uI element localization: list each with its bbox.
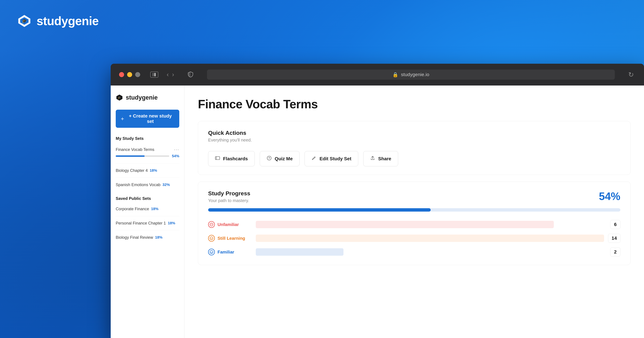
unfamiliar-bar bbox=[256, 221, 606, 228]
progress-fill bbox=[116, 156, 144, 157]
svg-rect-5 bbox=[215, 156, 220, 160]
edit-study-set-button[interactable]: Edit Study Set bbox=[304, 151, 358, 166]
familiar-icon bbox=[208, 249, 215, 255]
svg-text:🎓: 🎓 bbox=[118, 96, 121, 99]
share-button[interactable]: Share bbox=[363, 151, 398, 166]
flashcards-button[interactable]: Flashcards bbox=[208, 151, 255, 166]
unfamiliar-icon bbox=[208, 221, 215, 228]
sidebar-toggle-button[interactable] bbox=[150, 72, 158, 78]
browser-window: ‹ › 🔒 studygenie.io ↻ 🎓 studygeni bbox=[111, 64, 644, 338]
still-learning-bar bbox=[256, 234, 604, 242]
sidebar-logo-icon: 🎓 bbox=[116, 94, 123, 101]
familiar-bar bbox=[256, 248, 606, 256]
familiar-fill bbox=[256, 248, 344, 256]
sidebar: 🎓 studygenie + + Create new study set My… bbox=[111, 86, 184, 338]
create-btn-label: + Create new study set bbox=[126, 113, 174, 124]
unfamiliar-count: 6 bbox=[610, 220, 620, 229]
shield-icon bbox=[188, 71, 194, 78]
study-set-name-text: Finance Vocab Terms bbox=[116, 147, 154, 152]
traffic-lights bbox=[119, 72, 140, 77]
mastery-row-still-learning: Still Learning 14 bbox=[208, 234, 620, 243]
maximize-button[interactable] bbox=[135, 72, 140, 77]
divider bbox=[116, 178, 179, 178]
quiz-me-button[interactable]: ? Quiz Me bbox=[260, 151, 300, 166]
progress-bar-mini bbox=[116, 156, 169, 157]
study-progress-subtitle: Your path to mastery. bbox=[208, 198, 250, 203]
main-progress-fill bbox=[208, 208, 431, 212]
browser-content: 🎓 studygenie + + Create new study set My… bbox=[111, 86, 644, 338]
sidebar-item-biology[interactable]: Biology Chapter 4 18% bbox=[116, 166, 179, 175]
progress-header: Study Progress Your path to mastery. 54% bbox=[208, 190, 620, 203]
pct-badge: 18% bbox=[151, 207, 158, 211]
edit-icon bbox=[312, 156, 316, 162]
sidebar-item-biology-final[interactable]: Biology Final Review 18% bbox=[116, 233, 179, 242]
svg-text:?: ? bbox=[268, 157, 270, 160]
share-icon bbox=[370, 156, 375, 162]
app-logo-text: studygenie bbox=[36, 14, 98, 28]
sidebar-item-finance-vocab[interactable]: Finance Vocab Terms ··· 54% bbox=[116, 144, 179, 161]
quick-actions-subtitle: Everything you'll need. bbox=[208, 138, 620, 143]
browser-toolbar: ‹ › 🔒 studygenie.io ↻ bbox=[111, 64, 644, 86]
quick-actions-row: Flashcards ? Quiz Me bbox=[208, 151, 620, 166]
still-learning-fill bbox=[256, 234, 604, 242]
pct-badge: 18% bbox=[168, 221, 175, 225]
main-content: Finance Vocab Terms Quick Actions Everyt… bbox=[184, 86, 644, 338]
minimize-button[interactable] bbox=[127, 72, 132, 77]
app-logo-area: 🎓 studygenie bbox=[17, 14, 98, 28]
saved-public-sets-label: Saved Public Sets bbox=[116, 196, 179, 201]
familiar-label: Familiar bbox=[218, 250, 234, 255]
familiar-count: 2 bbox=[610, 248, 620, 256]
study-set-menu-dots[interactable]: ··· bbox=[174, 147, 179, 152]
sidebar-logo: 🎓 studygenie bbox=[116, 94, 179, 101]
progress-pct: 54% bbox=[172, 154, 179, 158]
unfamiliar-label: Unfamiliar bbox=[218, 222, 239, 227]
share-label: Share bbox=[378, 156, 391, 162]
flashcards-icon bbox=[215, 156, 220, 162]
sidebar-set-name: Personal Finance Chapter 1 bbox=[116, 221, 166, 226]
reload-button[interactable]: ↻ bbox=[628, 71, 634, 78]
my-study-sets-label: My Study Sets bbox=[116, 136, 179, 141]
sidebar-set-name: Corporate Finance bbox=[116, 206, 149, 211]
sidebar-logo-text: studygenie bbox=[126, 94, 158, 101]
pct-badge: 18% bbox=[150, 168, 157, 173]
sidebar-set-name: Spanish Emotions Vocab bbox=[116, 182, 160, 187]
sidebar-item-personal-finance[interactable]: Personal Finance Chapter 1 18% bbox=[116, 218, 179, 228]
svg-point-11 bbox=[210, 250, 213, 254]
back-button[interactable]: ‹ bbox=[167, 71, 169, 78]
pct-badge: 32% bbox=[162, 182, 170, 187]
study-progress-title: Study Progress bbox=[208, 190, 250, 197]
quiz-icon: ? bbox=[267, 156, 272, 162]
mastery-rows: Unfamiliar 6 bbox=[208, 220, 620, 256]
edit-study-set-label: Edit Study Set bbox=[320, 156, 351, 162]
mastery-label-still-learning: Still Learning bbox=[208, 235, 252, 242]
still-learning-count: 14 bbox=[608, 234, 620, 243]
still-learning-icon bbox=[208, 235, 215, 242]
address-text: studygenie.io bbox=[401, 72, 429, 77]
quiz-me-label: Quiz Me bbox=[275, 156, 293, 162]
unfamiliar-fill bbox=[256, 221, 554, 228]
quick-actions-title: Quick Actions bbox=[208, 130, 620, 136]
page-title: Finance Vocab Terms bbox=[198, 97, 630, 111]
mastery-label-familiar: Familiar bbox=[208, 249, 252, 255]
mastery-label-unfamiliar: Unfamiliar bbox=[208, 221, 252, 228]
still-learning-label: Still Learning bbox=[218, 236, 245, 241]
flashcards-label: Flashcards bbox=[223, 156, 248, 162]
mastery-row-familiar: Familiar 2 bbox=[208, 248, 620, 256]
lock-icon: 🔒 bbox=[392, 72, 398, 78]
forward-button[interactable]: › bbox=[172, 71, 174, 78]
mastery-row-unfamiliar: Unfamiliar 6 bbox=[208, 220, 620, 229]
divider bbox=[116, 163, 179, 164]
pct-badge: 18% bbox=[155, 235, 162, 240]
sidebar-item-corporate-finance[interactable]: Corporate Finance 18% bbox=[116, 204, 179, 214]
logo-icon: 🎓 bbox=[17, 14, 32, 28]
sidebar-set-name: Biology Final Review bbox=[116, 235, 153, 240]
study-progress-card: Study Progress Your path to mastery. 54% bbox=[198, 182, 630, 265]
nav-arrows: ‹ › bbox=[167, 71, 174, 78]
create-study-set-button[interactable]: + + Create new study set bbox=[116, 110, 179, 128]
close-button[interactable] bbox=[119, 72, 124, 77]
quick-actions-card: Quick Actions Everything you'll need. Fl… bbox=[198, 121, 630, 175]
sidebar-set-name: Biology Chapter 4 bbox=[116, 168, 148, 173]
sidebar-item-spanish[interactable]: Spanish Emotions Vocab 32% bbox=[116, 180, 179, 190]
svg-point-9 bbox=[210, 223, 213, 226]
address-bar[interactable]: 🔒 studygenie.io bbox=[207, 70, 615, 80]
